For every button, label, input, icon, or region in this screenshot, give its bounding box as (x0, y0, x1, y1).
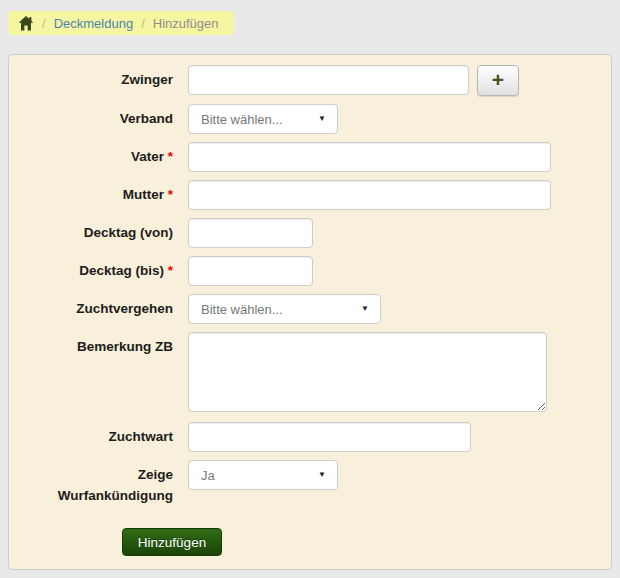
submit-button[interactable]: Hinzufügen (122, 528, 222, 556)
verband-label: Verband (19, 104, 188, 134)
form-row-zuchtwart: Zuchtwart (19, 422, 611, 452)
vater-label: Vater * (19, 142, 188, 172)
decktag-von-input[interactable] (188, 218, 313, 248)
decktag-von-label: Decktag (von) (19, 218, 188, 248)
required-marker: * (168, 263, 173, 278)
add-zwinger-button[interactable]: + (477, 65, 519, 96)
mutter-label: Mutter * (19, 180, 188, 210)
required-marker: * (168, 187, 173, 202)
zwinger-label: Zwinger (19, 65, 188, 95)
page: / Deckmeldung / Hinzufügen Zwinger + Ver… (0, 0, 620, 578)
form-row-zuchtvergehen: Zuchtvergehen Bitte wählen... ▼ (19, 294, 611, 324)
vater-input[interactable] (188, 142, 551, 172)
home-link[interactable] (18, 16, 34, 31)
form-panel: Zwinger + Verband Bitte wählen... ▼ Vate… (8, 54, 612, 570)
bemerkung-zb-label: Bemerkung ZB (19, 332, 188, 362)
zuchtwart-label: Zuchtwart (19, 422, 188, 452)
plus-icon: + (492, 69, 504, 90)
form-row-bemerkung-zb: Bemerkung ZB (19, 332, 611, 412)
bemerkung-zb-textarea[interactable] (188, 332, 547, 412)
zeige-wurfankuendigung-label: Zeige Wurfankündigung (19, 460, 188, 506)
zuchtvergehen-select[interactable]: Bitte wählen... ▼ (188, 294, 381, 324)
zuchtvergehen-label: Zuchtvergehen (19, 294, 188, 324)
verband-select-value: Bitte wählen... (201, 112, 283, 127)
decktag-bis-input[interactable] (188, 256, 313, 286)
zuchtvergehen-select-value: Bitte wählen... (201, 302, 283, 317)
zeige-wurfankuendigung-select[interactable]: Ja ▼ (188, 460, 338, 490)
zuchtwart-input[interactable] (188, 422, 471, 452)
decktag-bis-label: Decktag (bis) * (19, 256, 188, 286)
form-row-zeige-wurfankuendigung: Zeige Wurfankündigung Ja ▼ (19, 460, 611, 506)
home-icon (18, 16, 34, 31)
caret-down-icon: ▼ (318, 115, 326, 123)
form-row-decktag-von: Decktag (von) (19, 218, 611, 248)
breadcrumb-link-deckmeldung[interactable]: Deckmeldung (54, 16, 134, 31)
caret-down-icon: ▼ (361, 305, 369, 313)
breadcrumb-current-hinzufuegen: Hinzufügen (153, 16, 219, 31)
breadcrumb-separator: / (42, 16, 46, 31)
submit-row: Hinzufügen (19, 528, 611, 556)
breadcrumb: / Deckmeldung / Hinzufügen (8, 11, 234, 35)
form-row-verband: Verband Bitte wählen... ▼ (19, 104, 611, 134)
required-marker: * (168, 149, 173, 164)
caret-down-icon: ▼ (318, 471, 326, 479)
breadcrumb-separator: / (141, 16, 145, 31)
form-row-vater: Vater * (19, 142, 611, 172)
form-row-zwinger: Zwinger + (19, 65, 611, 96)
zwinger-input[interactable] (188, 65, 469, 95)
verband-select[interactable]: Bitte wählen... ▼ (188, 104, 338, 134)
zeige-wurfankuendigung-select-value: Ja (201, 468, 215, 483)
mutter-input[interactable] (188, 180, 551, 210)
form-row-decktag-bis: Decktag (bis) * (19, 256, 611, 286)
form-row-mutter: Mutter * (19, 180, 611, 210)
